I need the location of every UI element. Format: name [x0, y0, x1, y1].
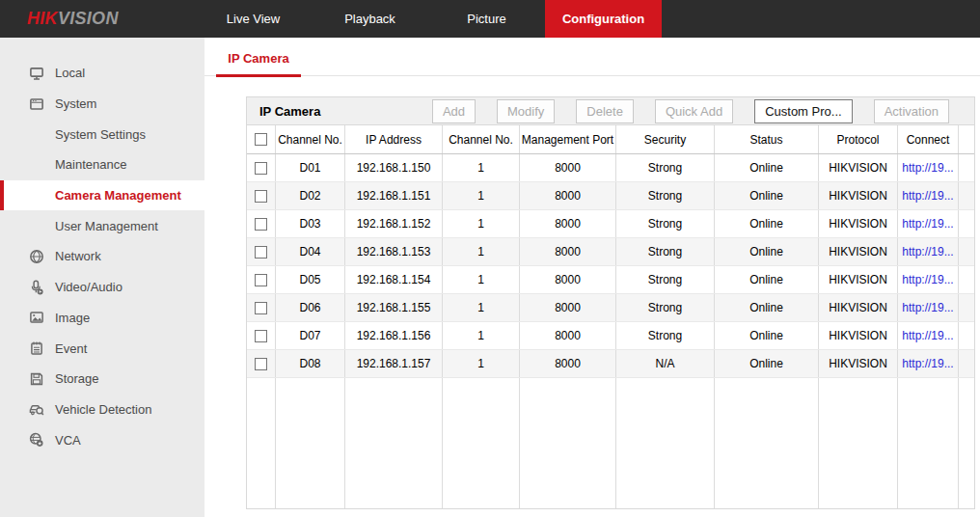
select-all-checkbox[interactable] — [255, 133, 267, 146]
row-checkbox[interactable] — [255, 302, 267, 314]
table-row[interactable]: D01192.168.1.15018000StrongOnlineHIKVISI… — [247, 154, 974, 182]
cell-channel-no: D01 — [276, 154, 345, 181]
sidebar-item-system-settings[interactable]: System Settings — [0, 119, 204, 150]
system-icon — [29, 96, 44, 112]
cell-status: Online — [715, 238, 819, 265]
nav-item-live-view[interactable]: Live View — [195, 0, 312, 38]
row-cell-empty — [959, 266, 974, 293]
sidebar-item-label: Maintenance — [55, 157, 126, 172]
connect-link[interactable]: http://19... — [898, 294, 959, 321]
row-cell-empty — [959, 210, 974, 237]
row-checkbox[interactable] — [255, 358, 267, 370]
table-row[interactable]: D04192.168.1.15318000StrongOnlineHIKVISI… — [247, 238, 974, 266]
panel-title: IP Camera — [259, 104, 320, 119]
empty-grid-cell — [715, 378, 819, 508]
table-row[interactable]: D07192.168.1.15618000StrongOnlineHIKVISI… — [247, 322, 974, 350]
sidebar-item-storage[interactable]: Storage — [0, 364, 204, 395]
cell-ip-address: 192.168.1.153 — [345, 238, 443, 265]
cell-camera-channel: 1 — [443, 182, 520, 209]
cell-protocol: HIKVISION — [819, 210, 898, 237]
cell-protocol: HIKVISION — [819, 182, 898, 209]
row-select-cell — [247, 266, 276, 293]
sidebar-item-event[interactable]: Event — [0, 333, 204, 364]
hikvision-logo: HIKVISION — [27, 0, 119, 38]
connect-link[interactable]: http://19... — [898, 210, 959, 237]
sidebar-item-video-audio[interactable]: Video/Audio — [0, 272, 204, 303]
cell-channel-no: D05 — [276, 266, 345, 293]
row-select-cell — [247, 294, 276, 321]
cell-channel-no: D03 — [276, 210, 345, 237]
connect-link[interactable]: http://19... — [898, 154, 959, 181]
content-area: IP Camera IP Camera AddModifyDeleteQuick… — [204, 38, 980, 517]
image-icon — [29, 310, 44, 325]
sidebar-item-local[interactable]: Local — [0, 58, 204, 89]
table-row[interactable]: D05192.168.1.15418000StrongOnlineHIKVISI… — [247, 266, 974, 294]
empty-grid-cell — [443, 378, 520, 508]
sidebar: LocalSystemSystem SettingsMaintenanceCam… — [0, 38, 204, 517]
row-select-cell — [247, 210, 276, 237]
table-row[interactable]: D02192.168.1.15118000StrongOnlineHIKVISI… — [247, 182, 974, 210]
sidebar-item-camera-management[interactable]: Camera Management — [0, 180, 204, 211]
sidebar-item-maintenance[interactable]: Maintenance — [0, 150, 204, 180]
sidebar-item-user-management[interactable]: User Management — [0, 210, 204, 241]
cell-ip-address: 192.168.1.151 — [345, 182, 443, 209]
cell-ip-address: 192.168.1.156 — [345, 322, 443, 349]
add-button[interactable]: Add — [432, 99, 476, 123]
column-header-protocol: Protocol — [819, 125, 898, 153]
sidebar-item-network[interactable]: Network — [0, 241, 204, 272]
empty-grid-cell — [345, 378, 443, 508]
cell-management-port: 8000 — [520, 238, 616, 265]
table-empty-area — [247, 378, 974, 508]
tab-bar: IP Camera — [204, 38, 980, 76]
cell-channel-no: D07 — [276, 322, 345, 349]
connect-link[interactable]: http://19... — [898, 322, 959, 349]
empty-grid-cell — [898, 378, 959, 508]
cell-management-port: 8000 — [520, 154, 616, 181]
connect-link[interactable]: http://19... — [898, 266, 959, 293]
activation-button[interactable]: Activation — [874, 99, 949, 123]
connect-link[interactable]: http://19... — [898, 238, 959, 265]
row-checkbox[interactable] — [255, 162, 267, 175]
nav-item-playback[interactable]: Playback — [312, 0, 428, 38]
connect-link[interactable]: http://19... — [898, 182, 959, 209]
empty-grid-cell — [520, 378, 616, 508]
sidebar-item-vehicle-detection[interactable]: Vehicle Detection — [0, 395, 204, 425]
connect-link[interactable]: http://19... — [898, 350, 959, 377]
row-checkbox[interactable] — [255, 274, 267, 286]
event-icon — [29, 340, 44, 356]
sidebar-item-label: Storage — [55, 371, 99, 386]
sidebar-item-system[interactable]: System — [0, 89, 204, 120]
row-cell-empty — [959, 322, 974, 349]
delete-button[interactable]: Delete — [576, 99, 634, 123]
sidebar-item-image[interactable]: Image — [0, 303, 204, 334]
table-row[interactable]: D06192.168.1.15518000StrongOnlineHIKVISI… — [247, 294, 974, 322]
row-checkbox[interactable] — [255, 218, 267, 231]
table-row[interactable]: D03192.168.1.15218000StrongOnlineHIKVISI… — [247, 210, 974, 238]
empty-grid-cell — [247, 378, 276, 508]
sidebar-item-label: VCA — [55, 433, 81, 448]
empty-grid-cell — [616, 378, 715, 508]
custom-pro-button[interactable]: Custom Pro... — [754, 99, 852, 123]
cell-security: Strong — [616, 266, 715, 293]
modify-button[interactable]: Modify — [497, 99, 555, 123]
monitor-icon — [29, 66, 44, 81]
nav-item-picture[interactable]: Picture — [428, 0, 545, 38]
table-toolbar: IP Camera AddModifyDeleteQuick AddCustom… — [247, 97, 974, 125]
row-select-cell — [247, 154, 276, 181]
header-cell-empty — [959, 125, 974, 153]
cell-ip-address: 192.168.1.155 — [345, 294, 443, 321]
cell-protocol: HIKVISION — [819, 154, 898, 181]
logo-hik: HIK — [27, 9, 58, 28]
row-checkbox[interactable] — [255, 330, 267, 342]
nav-item-configuration[interactable]: Configuration — [545, 0, 662, 38]
row-checkbox[interactable] — [255, 190, 267, 203]
cell-management-port: 8000 — [520, 350, 616, 377]
tab-ip-camera[interactable]: IP Camera — [216, 51, 301, 77]
row-checkbox[interactable] — [255, 246, 267, 258]
sidebar-item-vca[interactable]: VCA — [0, 424, 204, 455]
table-row[interactable]: D08192.168.1.15718000N/AOnlineHIKVISIONh… — [247, 350, 974, 378]
empty-grid-cell — [959, 378, 974, 508]
cell-management-port: 8000 — [520, 322, 616, 349]
quick-add-button[interactable]: Quick Add — [655, 99, 733, 123]
cell-channel-no: D04 — [276, 238, 345, 265]
